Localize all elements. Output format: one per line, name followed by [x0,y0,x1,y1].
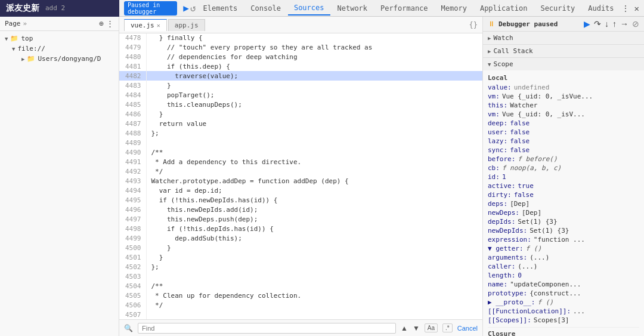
tab-console[interactable]: Console [244,2,287,15]
scope-val: f noop(a, b, c) [502,164,561,172]
scope-key: prototype: [488,289,527,297]
scope-item[interactable]: deps: [Dep] [488,199,639,208]
scope-item[interactable]: this: Watcher [488,101,639,110]
code-line-4492: 4492 */ [119,167,482,176]
scope-item: user: false [488,128,639,137]
tab-performance[interactable]: Performance [374,2,434,15]
line-content: var id = dep.id; [146,186,482,195]
step-out-btn[interactable]: ↑ [612,19,617,29]
close-devtools-icon[interactable]: ✕ [634,4,639,13]
step-over-btn[interactable]: ↺ [190,2,196,14]
scope-val: false [510,128,530,136]
code-line-4491: 4491 * Add a dependency to this directiv… [119,157,482,167]
scope-item[interactable]: depIds: Set(1) {3} [488,217,639,226]
scope-val: false [510,146,530,154]
tree-item-top[interactable]: ▼ 📁 top [0,33,119,44]
scope-item: value: undefined [488,83,639,92]
step-over-debug-btn[interactable]: ↷ [594,19,601,29]
scope-item[interactable]: arguments: (...) [488,253,639,262]
line-content: } [146,252,482,262]
tab-network[interactable]: Network [332,2,374,15]
find-input[interactable] [138,323,396,334]
step-into-btn[interactable]: ↓ [605,19,609,29]
source-tab-app[interactable]: app.js [168,19,205,31]
add-folder-icon[interactable]: ⊕ [99,19,104,28]
scope-key: [[FunctionLocation]]: [488,307,571,315]
tab-elements[interactable]: Elements [197,2,244,15]
scope-item[interactable]: prototype: {construct... [488,289,639,298]
tree-item-users[interactable]: ▶ 📁 Users/dongyang/D [0,54,119,64]
line-number: 4506 [119,300,146,310]
more-icon[interactable]: ⋮ [106,19,114,28]
call-stack-header[interactable]: ▶ Call Stack [483,45,644,57]
line-content: }; [146,128,482,138]
tree-item-file[interactable]: ▼ file:// [0,44,119,54]
tab-audits[interactable]: Audits [582,2,620,15]
scope-item[interactable]: ▼ getter: f () [488,244,639,253]
match-case-btn[interactable]: Aa [425,323,438,332]
scope-item[interactable]: ▶ __proto__: f () [488,298,639,307]
step-btn[interactable]: → [620,19,628,29]
resume-debug-btn[interactable]: ▶ [584,19,590,29]
scope-item: [[FunctionLocation]]: ... [488,307,639,316]
scope-key: lazy: [488,137,507,145]
tab-security[interactable]: Security [534,2,581,15]
line-content: if (!this.depIds.has(id)) { [146,224,482,233]
settings-icon[interactable]: ⋮ [621,4,630,13]
scope-val: Vue {_uid: 0, _isV... [502,110,585,118]
scope-key: depIds: [488,218,515,226]
watch-label: Watch [493,34,513,42]
scope-key: vm: [488,93,500,100]
source-tab-vue-label: vue.js [131,21,154,29]
collapse-icon-2: ▼ [12,46,15,52]
pause-icon: ⏸ [488,20,495,28]
code-line-4482: 4482 traverse(value); [119,71,482,81]
line-number: 4488 [119,128,146,138]
format-btn[interactable]: {} [469,21,478,29]
tab-memory[interactable]: Memory [435,2,473,15]
scope-key: [[Scopes]]: [488,316,531,324]
tab-sources[interactable]: Sources [288,1,330,16]
scope-val: f () [537,298,553,306]
regex-btn[interactable]: .* [442,323,453,332]
line-number: 4492 [119,167,146,176]
scope-item[interactable]: vm: Vue {_uid: 0, _isVue... [488,92,639,101]
code-line-4478: 4478 } finally { [119,33,482,42]
scope-key: deps: [488,200,507,208]
tab-application[interactable]: Application [474,2,533,15]
line-content: */ [146,300,482,310]
source-tab-vue[interactable]: vue.js ✕ [124,19,167,31]
scope-item[interactable]: [[Scopes]]: Scopes[3] [488,316,639,325]
watch-section-header[interactable]: ▶ Watch [483,32,644,44]
deactivate-breakpoints-btn[interactable]: ⊘ [632,19,639,29]
expand-icon[interactable]: » [23,20,27,27]
right-sections: ▶ Watch ▶ Call Stack ▼ Scope Lo [483,32,644,336]
scope-key: newDeps: [488,209,519,217]
call-stack-section: ▶ Call Stack [483,45,644,58]
top-bar: 派友史新 add 2 Paused in debugger ▶ ↺ Elemen… [0,0,644,17]
scope-item[interactable]: newDeps: [Dep] [488,208,639,217]
tree-label: top [21,35,33,42]
find-cancel-btn[interactable]: Cancel [457,325,478,332]
code-area[interactable]: 4463/**4464 * Evaluate the getter, and r… [119,33,482,319]
scope-item[interactable]: cb: f noop(a, b, c) [488,164,639,172]
resume-btn[interactable]: ▶ [183,2,189,14]
close-vue-tab[interactable]: ✕ [157,22,160,29]
code-line-4499: 4499 dep.addSub(this); [119,233,482,243]
scope-item[interactable]: before: f before() [488,155,639,164]
scope-section-header[interactable]: ▼ Scope [483,58,644,70]
code-line-4507: 4507 [119,310,482,319]
line-number: 4504 [119,281,146,291]
line-content: if (!this.newDepIds.has(id)) { [146,195,482,205]
scope-content: Local value: undefinedvm: Vue {_uid: 0, … [483,70,644,336]
scope-item[interactable]: newDepIds: Set(1) {3} [488,226,639,235]
find-next-btn[interactable]: ▼ [413,324,420,332]
scope-key: active: [488,182,515,190]
scope-key: id: [488,173,500,181]
line-number: 4479 [119,42,146,52]
line-number: 4489 [119,138,146,147]
scope-item[interactable]: vm: Vue {_uid: 0, _isV... [488,110,639,119]
find-prev-btn[interactable]: ▲ [401,324,408,332]
scope-item[interactable]: caller: (...) [488,262,639,271]
line-content: /** [146,281,482,291]
